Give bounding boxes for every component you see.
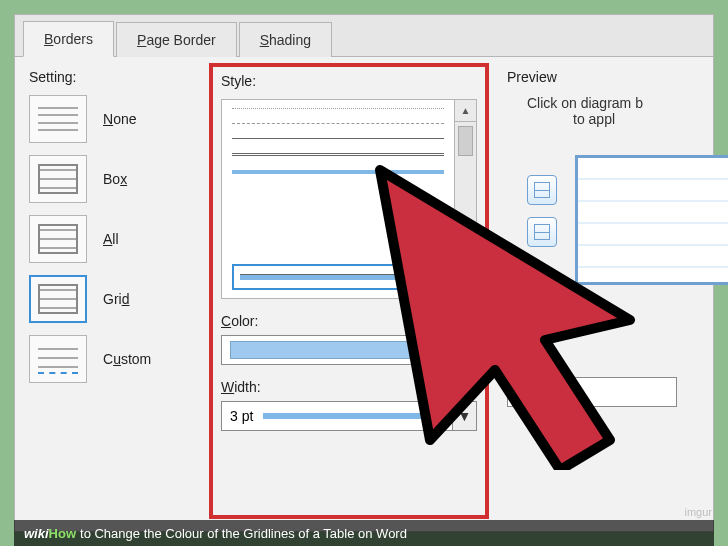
- style-line-dashdot[interactable]: [232, 123, 444, 124]
- width-dropdown-button[interactable]: ▼: [452, 402, 476, 430]
- width-label: Width:: [221, 379, 477, 395]
- apply-to-dropdown[interactable]: Cell: [507, 377, 677, 407]
- setting-thumb-box: [29, 155, 87, 203]
- tab-strip: Borders Page Border Shading: [15, 15, 713, 57]
- style-label: Style:: [221, 73, 477, 89]
- borders-dialog: Borders Page Border Shading Setting: Non…: [14, 14, 714, 532]
- style-line-dotted[interactable]: [232, 108, 444, 109]
- tab-page-border[interactable]: Page Border: [116, 22, 237, 57]
- style-column: Style: ▲ ▼ Color:: [209, 63, 489, 519]
- apply-to-value: Cell: [508, 384, 676, 400]
- color-label: Color:: [221, 313, 477, 329]
- preview-diagram: [517, 155, 699, 315]
- setting-option-custom-label: Custom: [103, 351, 151, 367]
- setting-option-none-label: None: [103, 111, 136, 127]
- setting-option-all-label: All: [103, 231, 119, 247]
- setting-option-all[interactable]: All: [29, 215, 209, 263]
- setting-option-none[interactable]: None: [29, 95, 209, 143]
- setting-thumb-grid: [29, 275, 87, 323]
- width-dropdown[interactable]: 3 pt ▼: [221, 401, 477, 431]
- style-scrollbar[interactable]: ▲ ▼: [454, 100, 476, 298]
- style-line-bluepair[interactable]: [232, 170, 444, 174]
- preview-table[interactable]: [575, 155, 728, 285]
- setting-thumb-all: [29, 215, 87, 263]
- setting-option-box[interactable]: Box: [29, 155, 209, 203]
- scroll-thumb[interactable]: [458, 126, 473, 156]
- color-swatch: [230, 341, 444, 359]
- setting-thumb-custom: [29, 335, 87, 383]
- style-listbox[interactable]: ▲ ▼: [221, 99, 477, 299]
- tab-borders-label: orders: [53, 31, 93, 47]
- setting-thumb-none: [29, 95, 87, 143]
- caption-brand-how: How: [49, 526, 76, 541]
- width-bar: [263, 413, 444, 419]
- width-value: 3 pt: [230, 408, 253, 424]
- width-content: 3 pt: [222, 408, 452, 424]
- preview-column: Preview Click on diagram b to appl Appl …: [489, 69, 699, 519]
- preview-hint: Click on diagram b to appl: [527, 95, 699, 127]
- setting-option-grid-label: Grid: [103, 291, 129, 307]
- setting-option-custom[interactable]: Custom: [29, 335, 209, 383]
- scroll-down-icon[interactable]: ▼: [455, 276, 476, 298]
- setting-option-box-label: Box: [103, 171, 127, 187]
- style-line-selected[interactable]: [232, 264, 444, 290]
- caption-brand-wiki: wiki: [24, 526, 49, 541]
- setting-option-grid[interactable]: Grid: [29, 275, 209, 323]
- preview-border-middle-button[interactable]: [527, 217, 557, 247]
- scroll-up-icon[interactable]: ▲: [455, 100, 476, 122]
- tab-shading[interactable]: Shading: [239, 22, 332, 57]
- setting-column: Setting: None Box All: [29, 69, 209, 519]
- color-swatch-wrap: [222, 341, 452, 359]
- style-line-double[interactable]: [232, 153, 444, 156]
- tab-borders[interactable]: Borders: [23, 21, 114, 57]
- preview-border-top-button[interactable]: [527, 175, 557, 205]
- tab-shading-label: hading: [269, 32, 311, 48]
- color-dropdown[interactable]: ▼: [221, 335, 477, 365]
- color-dropdown-button[interactable]: ▼: [452, 336, 476, 364]
- caption-text: to Change the Colour of the Gridlines of…: [80, 526, 407, 541]
- style-items: [222, 100, 454, 298]
- dialog-panel: Setting: None Box All: [15, 57, 713, 531]
- caption-bar: wikiHow to Change the Colour of the Grid…: [14, 520, 714, 546]
- watermark: imgur: [684, 506, 712, 518]
- preview-label: Preview: [507, 69, 699, 85]
- apply-to-label: Appl: [507, 355, 699, 371]
- setting-label: Setting:: [29, 69, 209, 85]
- tab-page-border-label: age Border: [146, 32, 215, 48]
- style-line-solid[interactable]: [232, 138, 444, 139]
